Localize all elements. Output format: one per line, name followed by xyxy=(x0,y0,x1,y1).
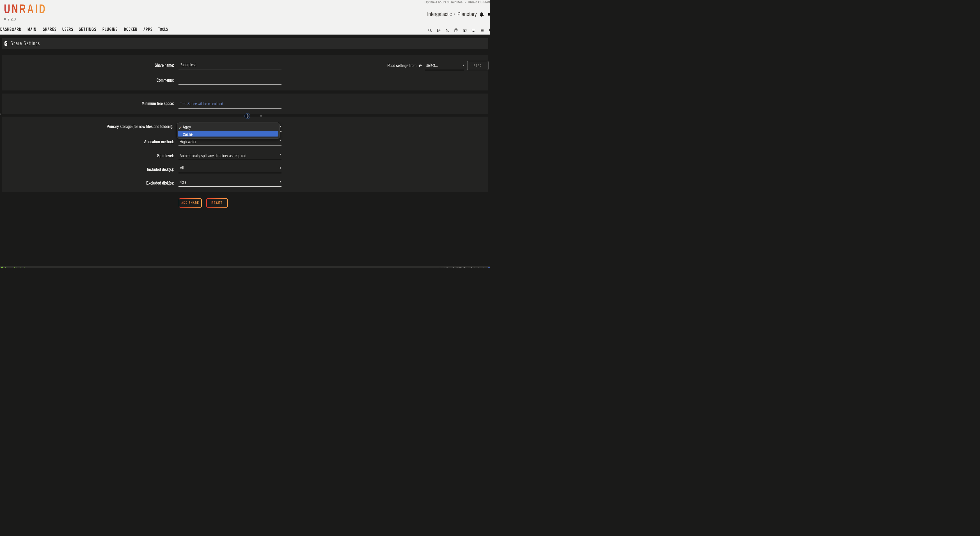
option-checkmark: ✓ xyxy=(178,125,182,129)
header xyxy=(0,0,490,35)
share-name-underline xyxy=(178,69,282,70)
terminal-icon[interactable] xyxy=(445,29,449,32)
array-status-dot xyxy=(1,266,4,268)
version-lock-icon xyxy=(4,18,6,20)
version-label[interactable]: 7.2.3 xyxy=(8,17,16,21)
comments-label: Comments: xyxy=(157,78,174,83)
unraid-share-settings-page: { "header": { "logo": "UNRAID", "version… xyxy=(0,0,490,268)
nav-shares-active-underline xyxy=(46,32,54,33)
copy-icon[interactable] xyxy=(454,29,458,32)
feedback-icon[interactable] xyxy=(463,29,467,32)
nav-plugins[interactable]: PLUGINS xyxy=(102,27,118,32)
license-type: Starter xyxy=(483,0,490,4)
move-cursor-icon xyxy=(244,113,250,119)
min-free-space-underline xyxy=(178,108,282,109)
split-level-select[interactable]: Automatically split any directory as req… xyxy=(180,153,247,158)
read-select-caret-icon xyxy=(463,65,464,66)
read-settings-select[interactable]: select... xyxy=(426,63,438,68)
primary-storage-caret-icon xyxy=(280,126,281,128)
log-icon[interactable] xyxy=(480,29,484,32)
edge-ring-artifact xyxy=(0,113,1,115)
nav-tools[interactable]: TOOLS xyxy=(158,27,168,32)
monitor-icon[interactable] xyxy=(471,29,476,32)
arrow-left-icon xyxy=(418,64,422,68)
os-version-label: Unraid OS xyxy=(468,0,482,4)
included-disks-select[interactable]: All xyxy=(180,166,183,170)
footer xyxy=(0,266,490,268)
click-indicator-ring xyxy=(260,115,262,117)
nav-main[interactable]: MAIN xyxy=(27,27,37,32)
read-select-underline xyxy=(425,70,464,70)
share-icon xyxy=(5,41,7,46)
unraid-logo[interactable]: UNRAID xyxy=(4,3,47,15)
allocation-caret-icon xyxy=(280,140,281,141)
menu-hamburger-icon[interactable] xyxy=(488,13,490,17)
excluded-caret-icon xyxy=(280,181,281,183)
server-identity: Intergalactic•Planetary xyxy=(427,11,488,17)
min-free-space-label: Minimum free space: xyxy=(142,101,174,106)
split-level-label: Split level: xyxy=(157,153,174,158)
allocation-method-select[interactable]: High-water xyxy=(180,139,196,144)
reset-button[interactable]: RESET xyxy=(206,198,228,207)
nav-shares[interactable]: SHARES xyxy=(43,27,57,32)
option-cache[interactable]: Cache xyxy=(178,131,278,137)
min-free-space-input[interactable]: Free Space will be calculated xyxy=(180,101,223,106)
excluded-disks-label: Excluded disk(s): xyxy=(146,180,174,185)
included-disks-label: Included disk(s): xyxy=(147,167,174,172)
page-title: Share Settings xyxy=(11,41,40,46)
section-identity xyxy=(2,55,488,91)
server-name: Intergalactic xyxy=(427,11,452,17)
included-disks-underline xyxy=(178,173,282,173)
included-caret-icon xyxy=(280,168,281,169)
read-button[interactable]: READ xyxy=(467,61,488,70)
uptime-status: Uptime 4 hours 36 minutes•Unraid OS Star… xyxy=(425,0,490,4)
add-share-button[interactable]: ADD SHARE xyxy=(179,198,202,207)
split-level-underline xyxy=(178,159,282,160)
nav-users[interactable]: USERS xyxy=(62,27,73,32)
primary-storage-label: Primary storage (for new files and folde… xyxy=(107,124,173,129)
share-name-input[interactable]: Paperpless xyxy=(180,62,196,67)
allocation-method-label: Allocation method: xyxy=(144,139,174,144)
page-title-bar xyxy=(2,38,488,49)
nav-dashboard[interactable]: DASHBOARD xyxy=(0,27,22,32)
flag-icon[interactable] xyxy=(488,268,490,268)
comments-input[interactable] xyxy=(178,84,282,85)
copyright-label: Unraid® and Swirl ©2025 Lime Technology,… xyxy=(440,267,487,268)
sign-out-icon[interactable] xyxy=(437,29,441,32)
excluded-disks-select[interactable]: None xyxy=(180,180,186,185)
share-name-label: Share name: xyxy=(154,63,174,68)
search-icon[interactable] xyxy=(428,29,432,32)
section-free-space xyxy=(2,94,488,114)
excluded-disks-underline xyxy=(178,186,282,187)
array-status-label[interactable]: Array Started xyxy=(4,267,25,268)
primary-storage-dropdown: ✓ Array Cache xyxy=(177,123,280,139)
option-array[interactable]: Array xyxy=(183,125,191,129)
nav-apps[interactable]: APPS xyxy=(143,27,153,32)
split-level-caret-icon xyxy=(280,154,281,155)
server-description: Planetary xyxy=(457,11,477,17)
read-settings-label: Read settings from xyxy=(388,63,417,68)
nav-docker[interactable]: DOCKER xyxy=(124,27,137,32)
allocation-method-underline xyxy=(178,145,282,145)
notifications-bell-icon[interactable] xyxy=(480,12,484,18)
nav-settings[interactable]: SETTINGS xyxy=(79,27,97,32)
